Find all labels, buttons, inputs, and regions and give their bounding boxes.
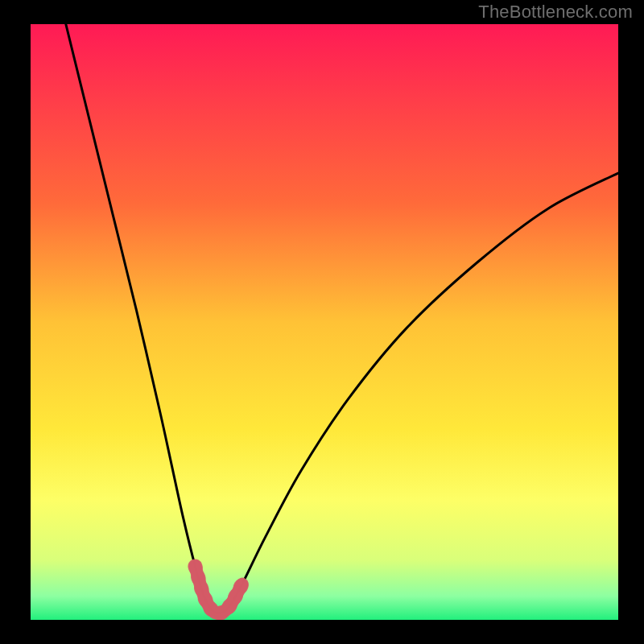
bottleneck-curve xyxy=(66,24,618,613)
watermark: TheBottleneck.com xyxy=(478,2,633,23)
valley-highlight-dots xyxy=(195,566,242,613)
chart-svg xyxy=(31,24,618,620)
chart-frame: TheBottleneck.com xyxy=(0,0,644,644)
plot-area xyxy=(31,24,618,620)
